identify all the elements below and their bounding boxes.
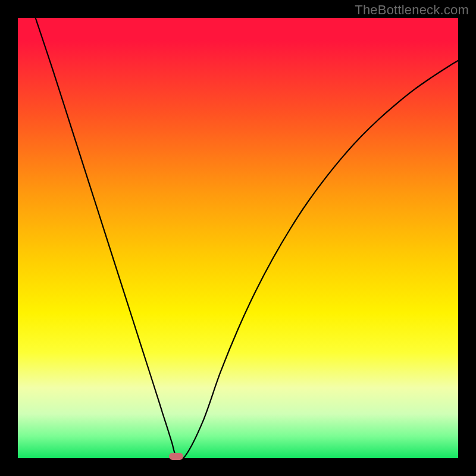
curve-path [36,18,458,458]
watermark-text: TheBottleneck.com [355,2,469,18]
bottleneck-curve [18,18,458,458]
chart-frame: TheBottleneck.com [0,0,476,476]
optimal-marker [169,453,183,460]
chart-plot-area [18,18,458,458]
